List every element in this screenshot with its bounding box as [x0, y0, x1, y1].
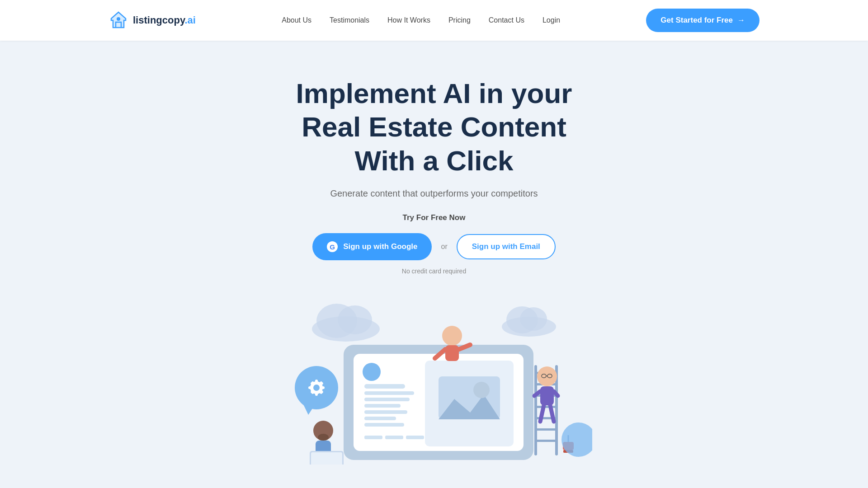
- svg-rect-31: [406, 436, 424, 439]
- nav-pricing[interactable]: Pricing: [448, 16, 471, 24]
- svg-rect-30: [385, 436, 403, 439]
- illustration-area: [108, 302, 760, 460]
- svg-point-41: [318, 434, 329, 441]
- svg-rect-29: [364, 436, 382, 439]
- logo-text: listingcopy.ai: [133, 14, 196, 26]
- svg-rect-28: [364, 423, 404, 427]
- nav-links: About Us Testimonials How It Works Prici…: [282, 16, 560, 24]
- hero-title: Implement AI in your Real Estate Content…: [296, 77, 572, 178]
- svg-point-9: [313, 385, 320, 391]
- svg-point-36: [442, 326, 462, 346]
- get-started-button[interactable]: Get Started for Free →: [646, 9, 760, 32]
- svg-point-0: [117, 17, 120, 21]
- svg-rect-11: [315, 392, 318, 396]
- nav-login[interactable]: Login: [542, 16, 560, 24]
- nav-about-us[interactable]: About Us: [282, 16, 311, 24]
- nav-testimonials[interactable]: Testimonials: [330, 16, 369, 24]
- no-credit-card-label: No credit card required: [402, 267, 466, 275]
- svg-rect-27: [364, 417, 396, 420]
- svg-rect-50: [534, 406, 558, 408]
- hero-subtitle: Generate content that outperforms your c…: [330, 188, 538, 199]
- arrow-icon: →: [737, 16, 745, 25]
- svg-rect-12: [308, 386, 312, 389]
- svg-rect-22: [364, 384, 405, 389]
- navbar: listingcopy.ai About Us Testimonials How…: [0, 0, 868, 41]
- hero-section: Implement AI in your Real Estate Content…: [0, 41, 868, 460]
- signup-google-button[interactable]: G Sign up with Google: [312, 233, 432, 260]
- google-icon: G: [327, 241, 338, 252]
- svg-rect-23: [364, 391, 414, 395]
- svg-point-3: [338, 305, 372, 334]
- svg-point-21: [363, 363, 381, 381]
- cta-row: G Sign up with Google or Sign up with Em…: [312, 233, 556, 260]
- svg-point-6: [520, 307, 547, 331]
- svg-point-35: [473, 382, 490, 398]
- svg-rect-13: [321, 386, 325, 389]
- logo-icon: [108, 10, 128, 30]
- svg-point-54: [537, 366, 557, 386]
- svg-rect-26: [364, 410, 407, 414]
- nav-contact-us[interactable]: Contact Us: [489, 16, 524, 24]
- or-separator: or: [441, 243, 447, 251]
- logo-link[interactable]: listingcopy.ai: [108, 10, 196, 30]
- hero-illustration: [276, 302, 592, 465]
- svg-rect-52: [534, 428, 558, 431]
- svg-rect-44: [311, 452, 342, 465]
- signup-email-button[interactable]: Sign up with Email: [457, 234, 556, 259]
- svg-rect-25: [364, 404, 401, 408]
- nav-how-it-works[interactable]: How It Works: [387, 16, 430, 24]
- svg-rect-10: [315, 380, 318, 383]
- svg-rect-24: [364, 398, 410, 401]
- svg-rect-58: [540, 386, 554, 405]
- svg-rect-37: [445, 345, 459, 361]
- svg-rect-53: [534, 440, 558, 442]
- try-free-label: Try For Free Now: [403, 213, 466, 222]
